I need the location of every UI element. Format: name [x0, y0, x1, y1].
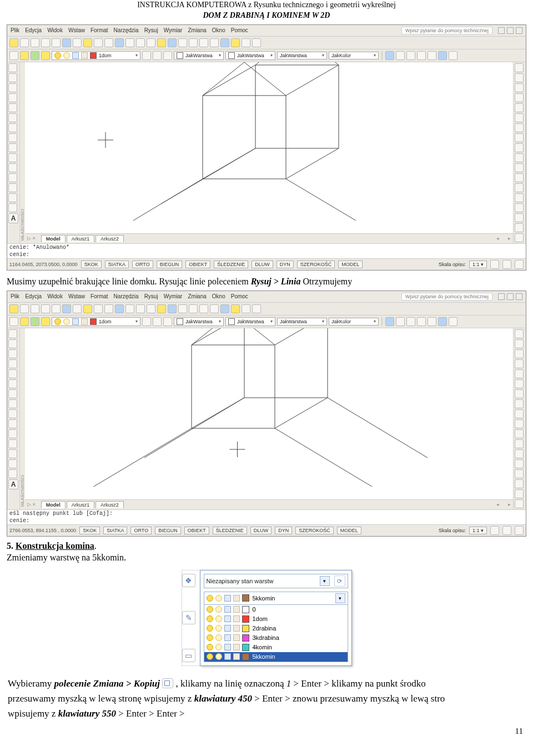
toolbar-icon[interactable] — [153, 317, 162, 326]
modify-tool-icon[interactable] — [515, 329, 524, 338]
toolbar-icon[interactable] — [396, 317, 405, 326]
status-toggle-szerokość[interactable]: SZEROKOŚĆ — [297, 261, 335, 268]
toolbar-icon[interactable] — [62, 304, 71, 313]
command-prompt[interactable]: cenie: — [7, 251, 526, 258]
status-icon[interactable] — [490, 260, 499, 269]
toolbar-icon[interactable] — [20, 38, 29, 47]
toolbar-icon[interactable] — [242, 304, 250, 313]
toolbar-icon[interactable] — [115, 38, 124, 47]
status-icon[interactable] — [490, 526, 499, 535]
status-toggle-skok[interactable]: SKOK — [79, 527, 100, 534]
toolbar-icon[interactable] — [157, 38, 166, 47]
draw-tool-icon[interactable] — [8, 203, 17, 212]
linetype-combo[interactable]: JakKolor▾ — [329, 318, 379, 326]
draw-tool-icon[interactable] — [8, 399, 17, 408]
layer-row-3kdrabina[interactable]: 3kdrabina — [204, 633, 348, 643]
layer-combo[interactable]: 1dom▾ — [52, 51, 140, 60]
menu-wstaw[interactable]: Wstaw — [68, 293, 85, 299]
layer-combo[interactable]: 1dom▾ — [52, 317, 140, 326]
modify-tool-icon[interactable] — [515, 459, 524, 468]
toolbar-icon[interactable] — [153, 51, 162, 60]
layer-row-5kkomin[interactable]: 5kkomin — [204, 652, 348, 662]
status-toggle-dluw[interactable]: DLUW — [252, 261, 273, 268]
status-toggle-śledzenie[interactable]: ŚLEDZENIE — [214, 261, 248, 268]
toolbar-icon[interactable] — [428, 51, 436, 60]
draw-tool-icon[interactable] — [8, 419, 17, 428]
draw-tool-icon[interactable] — [8, 123, 17, 132]
toolbar-icon[interactable] — [31, 317, 39, 326]
toolbar-icon[interactable] — [9, 51, 18, 60]
modify-tool-icon[interactable] — [515, 183, 524, 192]
menu-plik[interactable]: Plik — [11, 27, 19, 33]
modify-tool-icon[interactable] — [515, 133, 524, 142]
toolbar-icon[interactable] — [220, 38, 229, 47]
help-search[interactable]: Wpisz pytanie do pomocy technicznej — [401, 293, 492, 301]
menu-wymiar[interactable]: Wymiar — [164, 293, 183, 299]
toolbar-icon[interactable] — [83, 38, 92, 47]
menu-widok[interactable]: Widok — [47, 293, 63, 299]
linetype-combo[interactable]: JakKolor▾ — [329, 52, 379, 59]
menu-plik[interactable]: Plik — [11, 293, 19, 299]
toolbar-icon[interactable] — [20, 304, 29, 313]
toolbar-icon[interactable] — [41, 304, 50, 313]
draw-tool-icon[interactable] — [8, 389, 17, 398]
modify-tool-icon[interactable] — [515, 439, 524, 448]
modify-tool-icon[interactable] — [515, 83, 524, 92]
status-toggle-biegun[interactable]: BIEGUN — [157, 261, 183, 268]
menu-zmiana[interactable]: Zmiana — [188, 293, 206, 299]
toolbar-icon[interactable] — [147, 304, 155, 313]
toolbar-icon[interactable] — [385, 51, 394, 60]
linetype-combo[interactable]: JakWarstwa▾ — [174, 317, 224, 326]
status-icon[interactable] — [502, 260, 511, 269]
modify-tool-icon[interactable] — [515, 369, 524, 378]
menu-format[interactable]: Format — [90, 293, 108, 299]
modify-tool-icon[interactable] — [515, 103, 524, 112]
draw-tool-icon[interactable] — [8, 163, 17, 172]
modify-tool-icon[interactable] — [515, 143, 524, 152]
toolbar-icon[interactable] — [417, 317, 426, 326]
toolbar-icon[interactable] — [9, 304, 18, 313]
toolbar-icon[interactable] — [115, 304, 124, 313]
properties-panel-collapsed[interactable]: WŁAŚCIWOŚCI — [20, 207, 25, 243]
modify-tool-icon[interactable] — [515, 419, 524, 428]
menu-wstaw[interactable]: Wstaw — [68, 27, 85, 33]
modify-tool-icon[interactable] — [515, 193, 524, 202]
draw-tool-icon[interactable] — [8, 359, 17, 368]
draw-tool-icon[interactable] — [8, 143, 17, 152]
toolbar-icon[interactable] — [438, 317, 447, 326]
status-toggle-orto[interactable]: ORTO — [130, 527, 152, 534]
draw-tool-icon[interactable] — [8, 183, 17, 192]
modify-tool-icon[interactable] — [515, 409, 524, 418]
modify-tool-icon[interactable] — [515, 73, 524, 82]
toolbar-icon[interactable] — [385, 317, 394, 326]
layer-state-combo[interactable]: Niezapisany stan warstw ▾ ⟳ — [204, 574, 348, 588]
modify-tool-icon[interactable] — [515, 173, 524, 182]
draw-tool-icon[interactable] — [8, 173, 17, 182]
menu-zmiana[interactable]: Zmiana — [188, 27, 206, 33]
modify-tool-icon[interactable] — [515, 213, 524, 222]
toolbar-icon[interactable] — [31, 38, 39, 47]
toolbar-icon[interactable] — [20, 317, 29, 326]
linetype-combo[interactable]: JakWarstwa▾ — [225, 51, 275, 60]
modify-tool-icon[interactable] — [515, 153, 524, 162]
status-toggle-śledzenie[interactable]: ŚLEDZENIE — [213, 527, 247, 534]
window-controls[interactable] — [498, 27, 522, 34]
modify-tool-icon[interactable] — [515, 113, 524, 122]
toolbar-icon[interactable] — [168, 304, 177, 313]
status-toggle-siatka[interactable]: SIATKA — [105, 261, 129, 268]
layer-row-1dom[interactable]: 1dom — [204, 614, 348, 624]
toolbar-icon[interactable] — [136, 38, 145, 47]
toolbar-icon[interactable] — [242, 38, 250, 47]
draw-tool-icon[interactable] — [8, 439, 17, 448]
toolbar-icon[interactable] — [231, 38, 240, 47]
tab-model[interactable]: Model — [41, 235, 66, 242]
draw-tool-icon[interactable] — [8, 449, 17, 458]
menu-rysuj[interactable]: Rysuj — [144, 293, 158, 299]
draw-tool-icon[interactable] — [8, 153, 17, 162]
status-toggle-siatka[interactable]: SIATKA — [103, 527, 127, 534]
toolbar-icon[interactable] — [157, 304, 166, 313]
draw-tool-icon[interactable] — [8, 379, 17, 388]
toolbar-icon[interactable] — [142, 51, 151, 60]
draw-tool-icon[interactable] — [8, 469, 17, 478]
help-search[interactable]: Wpisz pytanie do pomocy technicznej — [401, 27, 492, 34]
